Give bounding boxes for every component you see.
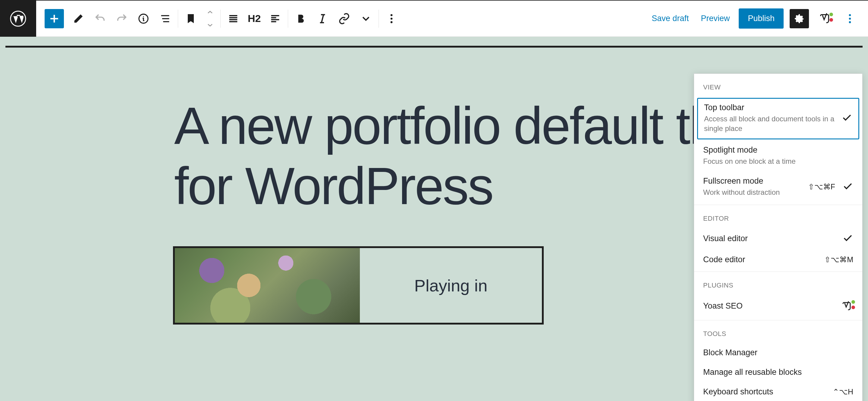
- yoast-icon: [818, 12, 831, 25]
- menu-item-visual-editor[interactable]: Visual editor: [694, 228, 862, 250]
- check-icon: [842, 181, 853, 193]
- more-formatting-button[interactable]: [355, 8, 377, 30]
- svg-point-4: [391, 21, 393, 23]
- menu-item-title: Block Manager: [703, 348, 757, 357]
- menu-item-spotlight-mode[interactable]: Spotlight mode Focus on one block at a t…: [694, 141, 862, 172]
- menu-item-title: Top toolbar: [704, 103, 837, 112]
- save-draft-button[interactable]: Save draft: [649, 10, 692, 27]
- separator-block[interactable]: [5, 46, 863, 47]
- yoast-icon: [840, 300, 853, 313]
- options-menu-button[interactable]: [840, 9, 860, 28]
- toolbar-divider: [178, 10, 178, 28]
- menu-item-title: Yoast SEO: [703, 301, 743, 311]
- toolbar-divider: [378, 10, 379, 28]
- menu-item-title: Code editor: [703, 255, 745, 264]
- menu-item-shortcut: ⌃⌥H: [833, 388, 853, 396]
- menu-item-fullscreen-mode[interactable]: Fullscreen mode Work without distraction…: [694, 172, 862, 203]
- menu-item-title: Visual editor: [703, 234, 748, 243]
- svg-point-2: [391, 14, 393, 16]
- media-text-content[interactable]: Playing in: [360, 248, 542, 323]
- menu-item-yoast-seo[interactable]: Yoast SEO: [694, 295, 862, 318]
- redo-button[interactable]: [111, 8, 133, 30]
- menu-item-shortcut: ⇧⌥⌘F: [808, 182, 835, 191]
- menu-item-keyboard-shortcuts[interactable]: Keyboard shortcuts ⌃⌥H: [694, 382, 862, 401]
- info-button[interactable]: [133, 8, 154, 30]
- check-icon: [841, 112, 852, 124]
- menu-item-title: Keyboard shortcuts: [703, 387, 773, 397]
- settings-button[interactable]: [789, 9, 809, 28]
- dropdown-heading-plugins: PLUGINS: [694, 277, 862, 295]
- menu-item-desc: Focus on one block at a time: [703, 157, 853, 166]
- undo-button[interactable]: [89, 8, 111, 30]
- bold-button[interactable]: [290, 8, 312, 30]
- text-align-button[interactable]: [264, 8, 286, 30]
- menu-item-top-toolbar[interactable]: Top toolbar Access all block and documen…: [697, 98, 859, 139]
- svg-point-0: [10, 11, 26, 26]
- more-vertical-icon: [844, 13, 856, 25]
- italic-button[interactable]: [312, 8, 333, 30]
- menu-item-block-manager[interactable]: Block Manager: [694, 343, 862, 363]
- link-button[interactable]: [333, 8, 355, 30]
- svg-point-5: [849, 14, 851, 16]
- menu-item-shortcut: ⇧⌥⌘M: [824, 255, 853, 264]
- gear-icon: [793, 13, 805, 25]
- dropdown-heading-editor: EDITOR: [694, 210, 862, 228]
- menu-item-title: Manage all reusable blocks: [703, 368, 802, 377]
- block-more-button[interactable]: [381, 8, 402, 30]
- move-block-buttons[interactable]: [202, 8, 218, 30]
- toolbar-divider: [220, 10, 221, 28]
- menu-item-title: Fullscreen mode: [703, 176, 803, 186]
- heading-level-selector[interactable]: H2: [244, 13, 264, 24]
- top-toolbar: H2 Save draft Preview: [0, 1, 868, 37]
- menu-item-code-editor[interactable]: Code editor ⇧⌥⌘M: [694, 250, 862, 270]
- edit-tool-button[interactable]: [67, 8, 89, 30]
- media-image[interactable]: [175, 248, 360, 323]
- dropdown-heading-view: VIEW: [694, 79, 862, 97]
- svg-point-3: [391, 18, 393, 20]
- chevron-down-icon[interactable]: [206, 22, 214, 28]
- svg-point-6: [849, 18, 851, 20]
- check-icon: [842, 233, 853, 245]
- publish-button[interactable]: Publish: [739, 8, 784, 29]
- editor-canvas[interactable]: A new portfolio default theme for WordPr…: [0, 37, 868, 401]
- menu-item-title: Spotlight mode: [703, 145, 853, 155]
- yoast-button[interactable]: [815, 9, 834, 28]
- menu-item-manage-reusable-blocks[interactable]: Manage all reusable blocks: [694, 363, 862, 382]
- menu-item-desc: Work without distraction: [703, 188, 803, 197]
- outline-button[interactable]: [154, 8, 176, 30]
- wordpress-logo[interactable]: [0, 1, 36, 37]
- menu-item-desc: Access all block and document tools in a…: [704, 114, 837, 134]
- preview-button[interactable]: Preview: [698, 10, 733, 27]
- chevron-up-icon[interactable]: [206, 9, 214, 15]
- media-text-block[interactable]: Playing in: [173, 246, 544, 325]
- add-block-button[interactable]: [44, 9, 64, 28]
- toolbar-divider: [288, 10, 288, 28]
- dropdown-heading-tools: TOOLS: [694, 326, 862, 343]
- bookmark-icon[interactable]: [180, 8, 202, 30]
- options-dropdown: VIEW Top toolbar Access all block and do…: [694, 73, 863, 401]
- svg-point-7: [849, 21, 851, 23]
- align-button[interactable]: [222, 8, 244, 30]
